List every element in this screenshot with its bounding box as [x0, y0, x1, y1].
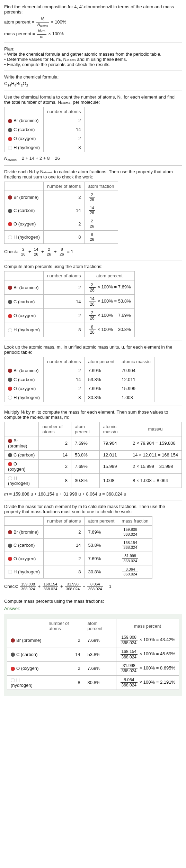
- col-header: atom fraction: [85, 182, 118, 191]
- mass-percents-section: Compute mass percents using the mass fra…: [4, 599, 182, 696]
- amass-cell: 79.904: [99, 436, 129, 450]
- plan-item: Write the chemical formula and gather at…: [4, 52, 182, 57]
- col-header: atomic mass/u: [99, 422, 129, 436]
- mass-percents-text: Compute mass percents using the mass fra…: [4, 599, 182, 604]
- element-cell: H (hydrogen): [5, 393, 44, 402]
- fraction: 226: [89, 311, 95, 321]
- amass-cell: 15.999: [99, 459, 129, 473]
- atom-percents-text: Compute atom percents using the atom fra…: [4, 264, 182, 269]
- element-color-dot: [8, 557, 12, 561]
- element-symbol: H: [11, 81, 14, 86]
- natoms-sum: Natoms = 2 + 14 + 2 + 8 = 26: [4, 156, 182, 162]
- table-row: Br (bromine)27.69%159.808368.024: [5, 525, 152, 538]
- col-header: atom percent: [85, 516, 118, 525]
- element-cell: Br (bromine): [5, 436, 39, 450]
- fraction-cell: 8.064368.024: [118, 565, 152, 578]
- element-color-dot: [8, 128, 12, 132]
- write-formula-heading: Write the chemical formula:: [4, 74, 182, 80]
- count-cell: 14: [43, 295, 85, 309]
- table-row: Br (bromine)27.69%79.9042 × 79.904 = 159…: [5, 436, 182, 450]
- count-cell: 8: [45, 675, 84, 690]
- element-cell: O (oxygen): [7, 662, 45, 676]
- col-header: [5, 357, 44, 366]
- col-header: [5, 516, 44, 525]
- count-cell: 2: [43, 217, 85, 230]
- count-cell: 2: [43, 191, 85, 204]
- fraction-cell: 31.998368.024: [118, 552, 152, 565]
- mass-cell: 79.904: [118, 366, 154, 375]
- fraction: 168.154368.024: [43, 582, 59, 591]
- count-cell: 14: [43, 375, 85, 384]
- count-cell: 2: [45, 662, 84, 676]
- element-color-dot: [8, 476, 12, 480]
- fraction: 31.998368.024: [121, 663, 138, 674]
- count-cell: 8: [43, 393, 85, 402]
- fraction: 168.154368.024: [121, 649, 138, 659]
- fraction: 226: [46, 247, 52, 257]
- divider: [4, 260, 182, 260]
- col-header: number of atoms: [39, 422, 71, 436]
- mass-cell: 15.999: [118, 384, 154, 393]
- fraction: 31.998368.024: [65, 582, 81, 591]
- element-color-dot: [8, 439, 12, 443]
- atomic-mass-table: number of atomsatom percentatomic mass/u…: [4, 357, 154, 402]
- fraction: 159.808368.024: [122, 527, 138, 537]
- mass-sum: m = 159.808 u + 168.154 u + 31.998 u + 8…: [4, 491, 182, 497]
- element-cell: Br (bromine): [5, 280, 44, 295]
- count-cell: 2: [43, 116, 85, 125]
- fraction-cell: 226: [85, 191, 118, 204]
- atomic-mass-section: Look up the atomic mass, mᵢ, in unified …: [4, 344, 182, 402]
- divider: [4, 165, 182, 166]
- mass-percent-cell: 159.808368.024 × 100% = 43.42%: [116, 633, 179, 647]
- fraction: 226: [89, 282, 95, 293]
- mass-calc-cell: 8 × 1.008 = 8.064: [129, 473, 182, 488]
- col-header: number of atoms: [43, 182, 85, 191]
- percent-cell: 53.8%: [71, 450, 100, 459]
- element-color-dot: [8, 387, 12, 391]
- col-header: [7, 619, 45, 633]
- fraction: 826: [59, 247, 65, 257]
- element-color-dot: [8, 146, 12, 150]
- count-cell: 2: [43, 366, 85, 375]
- col-header: atom percent: [71, 422, 100, 436]
- count-cell: 14: [39, 450, 71, 459]
- col-header: mass/u: [129, 422, 182, 436]
- mass-calc-text: Multiply Nᵢ by mᵢ to compute the mass fo…: [4, 409, 182, 420]
- fraction-cell: 168.154368.024: [118, 538, 152, 552]
- mass-calc-cell: 2 × 15.999 = 31.998: [129, 459, 182, 473]
- element-color-dot: [8, 209, 12, 213]
- table-row: H (hydrogen)8826: [5, 230, 118, 243]
- count-cell: 14: [43, 125, 85, 134]
- col-header: mass fraction: [118, 516, 152, 525]
- col-header: number of atoms: [43, 271, 85, 280]
- element-color-dot: [8, 119, 12, 123]
- fraction: 226: [89, 193, 95, 202]
- mass-calc-table: number of atomsatom percentatomic mass/u…: [4, 422, 182, 488]
- count-cell: 14: [43, 204, 85, 217]
- fraction: 8.064368.024: [121, 677, 138, 688]
- element-cell: C (carbon): [5, 375, 44, 384]
- amass-cell: 12.011: [99, 450, 129, 459]
- mass-percent-cell: 31.998368.024 × 100% = 8.695%: [116, 662, 179, 676]
- col-header: [5, 107, 44, 116]
- col-header: [5, 422, 39, 436]
- table-row: C (carbon)1453.8%12.01114 × 12.011 = 168…: [5, 450, 182, 459]
- element-color-dot: [11, 638, 15, 643]
- fraction: 1426: [33, 247, 39, 257]
- element-color-dot: [8, 300, 12, 304]
- percent-cell: 30.8%: [84, 675, 116, 690]
- table-row: O (oxygen)27.69%31.998368.024: [5, 552, 152, 565]
- mass-percent-formula: mass percent = Nimi m × 100%: [4, 29, 182, 39]
- percent-cell: 1426 × 100% = 53.8%: [85, 295, 134, 309]
- divider: [4, 406, 182, 406]
- atom-percents-section: Compute atom percents using the atom fra…: [4, 264, 182, 337]
- element-color-dot: [8, 544, 12, 548]
- divider: [4, 341, 182, 341]
- element-cell: H (hydrogen): [5, 230, 44, 243]
- table-row: O (oxygen)2: [5, 134, 85, 143]
- count-cell: 2: [43, 134, 85, 143]
- percent-cell: 7.69%: [85, 366, 118, 375]
- element-cell: Br (bromine): [5, 191, 44, 204]
- col-header: number of atoms: [45, 619, 84, 633]
- atomic-mass-text: Look up the atomic mass, mᵢ, in unified …: [4, 344, 182, 355]
